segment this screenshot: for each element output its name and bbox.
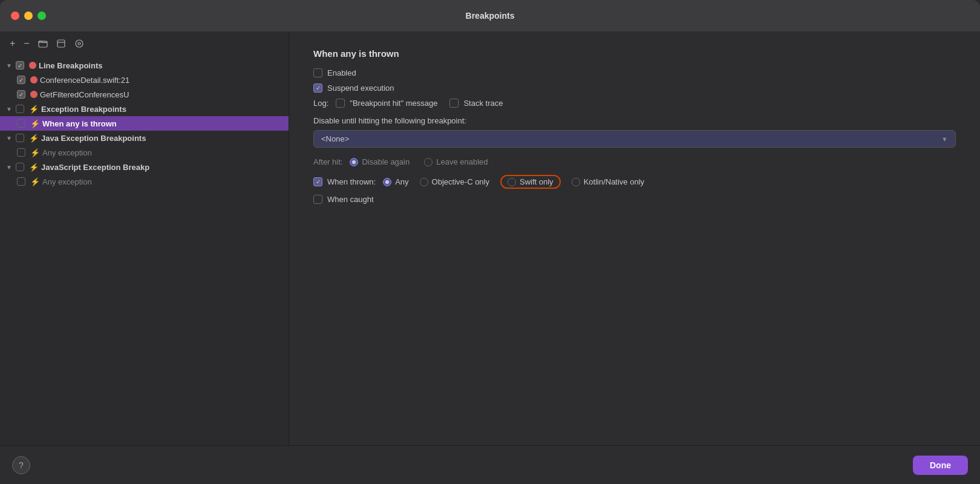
checkbox-conference-detail[interactable] [17,76,25,84]
tree-item-conference-detail[interactable]: ConferenceDetail.swift:21 [0,73,289,87]
tree-item-js-group[interactable]: ⚡ JavaScript Exception Breakp [0,160,289,174]
bullet-icon [30,76,38,83]
checkbox-any-exception-js[interactable] [17,177,25,186]
enabled-label: Enabled [327,68,356,77]
disable-again-radio[interactable] [350,158,358,166]
svg-rect-1 [57,40,65,47]
enabled-checkbox[interactable] [313,68,322,77]
dropdown-value: <None> [321,134,349,143]
item-label-java-group: Java Exception Breakpoints [41,134,146,143]
checkbox-java-group[interactable] [16,134,24,142]
tree-item-when-any-thrown[interactable]: ⚡ When any is thrown [0,116,289,131]
right-panel: When any is thrown Enabled Suspend execu… [289,31,980,445]
checkbox-exception-group[interactable] [16,105,24,113]
checkbox-js-group[interactable] [16,163,24,171]
item-label-conference-detail: ConferenceDetail.swift:21 [40,76,129,85]
radio-objc[interactable] [420,178,428,186]
traffic-lights [11,11,46,20]
radio-any[interactable] [383,178,391,186]
radio-swift-label: Swift only [520,177,554,186]
suspend-row: Suspend execution [313,83,956,93]
when-thrown-row: When thrown: Any Objective-C only Swift … [313,175,956,189]
lightning-icon: ⚡ [29,105,39,114]
after-hit-label: After hit: [313,157,342,166]
bullet-icon [30,91,38,98]
lightning-dim-icon: ⚡ [30,177,40,186]
item-label-line-breakpoints: Line Breakpoints [39,61,102,70]
radio-swift[interactable] [508,178,516,186]
radio-kotlin[interactable] [572,178,580,186]
chevron-icon [5,61,13,70]
none-dropdown[interactable]: <None> ▼ [313,130,956,148]
bullet-icon [29,62,36,69]
checkbox-when-any-thrown[interactable] [17,119,25,128]
svg-point-3 [76,40,83,47]
lightning-icon: ⚡ [29,163,39,172]
checkbox-any-exception-java[interactable] [17,148,25,157]
add-breakpoint-button[interactable]: + [7,37,18,50]
after-hit-row: After hit: Disable again Leave enabled [313,157,956,166]
chevron-icon [5,163,13,171]
dropdown-row: <None> ▼ [313,130,956,148]
tree-item-java-group[interactable]: ⚡ Java Exception Breakpoints [0,131,289,145]
help-button[interactable]: ? [12,456,30,474]
suspend-label: Suspend execution [327,83,394,93]
enabled-row: Enabled [313,68,956,77]
section-title: When any is thrown [313,48,956,59]
item-label-exception-group: Exception Breakpoints [41,105,126,114]
breakpoint-hit-checkbox[interactable] [336,99,345,108]
tree-item-line-breakpoints-group[interactable]: Line Breakpoints [0,58,289,73]
leave-enabled-label: Leave enabled [436,157,488,166]
tree-item-any-exception-js[interactable]: ⚡ Any exception [0,174,289,189]
close-button[interactable] [11,11,19,20]
filter-button[interactable] [72,38,87,50]
radio-objc-group: Objective-C only [420,177,489,186]
item-label-when-any-thrown: When any is thrown [42,119,117,128]
when-caught-row: When caught [313,195,956,204]
main-content: + − [0,31,980,445]
when-thrown-checkbox[interactable] [313,177,322,186]
leave-enabled-radio[interactable] [424,158,433,166]
minimize-button[interactable] [24,11,33,20]
breakpoint-hit-label: "Breakpoint hit" message [350,99,437,108]
folder-button[interactable] [36,38,50,50]
stack-trace-checkbox[interactable] [449,99,459,108]
toolbar: + − [0,31,289,56]
disable-again-label: Disable again [362,157,410,166]
svg-point-4 [78,42,80,45]
stack-trace-label: Stack trace [463,99,503,108]
checkbox-line-breakpoints[interactable] [16,61,24,70]
tree-item-exception-group[interactable]: ⚡ Exception Breakpoints [0,102,289,116]
swift-only-highlight: Swift only [500,175,561,189]
item-label-get-filtered: GetFilteredConferencesU [40,90,129,99]
move-button[interactable] [54,38,68,50]
tree-item-any-exception-java[interactable]: ⚡ Any exception [0,145,289,160]
chevron-icon [5,105,13,113]
tree-container: Line Breakpoints ConferenceDetail.swift:… [0,56,289,445]
when-thrown-label: When thrown: [327,177,376,186]
lightning-dim-icon: ⚡ [30,148,40,157]
radio-any-label: Any [395,177,408,186]
maximize-button[interactable] [38,11,46,20]
when-caught-checkbox[interactable] [313,195,322,204]
left-panel: + − [0,31,289,445]
lightning-icon: ⚡ [30,119,40,128]
checkbox-get-filtered[interactable] [17,90,25,99]
disable-again-radio-group: Disable again [350,157,410,166]
bottom-bar: ? Done [0,445,980,484]
log-label: Log: [313,99,328,108]
window-title: Breakpoints [466,11,515,21]
title-bar: Breakpoints [0,0,980,31]
tree-item-get-filtered[interactable]: GetFilteredConferencesU [0,87,289,102]
item-label-js-group: JavaScript Exception Breakp [41,163,149,172]
done-button[interactable]: Done [913,456,968,475]
radio-kotlin-group: Kotlin/Native only [572,177,644,186]
item-label-any-exception-java: Any exception [42,148,92,157]
lightning-icon: ⚡ [29,134,39,143]
disable-label: Disable until hitting the following brea… [313,116,956,125]
suspend-checkbox[interactable] [313,83,322,93]
item-label-any-exception-js: Any exception [42,177,92,186]
radio-kotlin-label: Kotlin/Native only [584,177,644,186]
remove-breakpoint-button[interactable]: − [21,37,31,50]
radio-any-group: Any [383,177,408,186]
